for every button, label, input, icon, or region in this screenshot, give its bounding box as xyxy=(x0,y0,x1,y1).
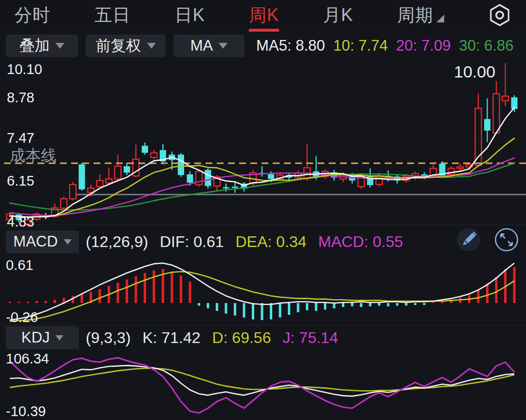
ma20-value: 20: 7.09 xyxy=(396,37,451,55)
macd-values: (12,26,9) DIF: 0.61 DEA: 0.34 MACD: 0.55 xyxy=(86,233,411,251)
ma10-value: 10: 7.74 xyxy=(333,37,388,55)
y-tick-4.83: 4.83 xyxy=(7,214,34,229)
kdj-y-min: -10.39 xyxy=(6,404,46,419)
macd-indicator-dropdown[interactable]: MACD xyxy=(6,230,79,253)
y-tick-6.15: 6.15 xyxy=(7,173,34,189)
stock-chart-screen: 分时 五日 日K 周K 月K 周期 叠加 前复权 MA M xyxy=(0,0,526,420)
y-tick-8.78: 8.78 xyxy=(7,90,34,105)
candlestick-chart[interactable] xyxy=(0,61,526,225)
ma5-value: MA5: 8.80 xyxy=(256,37,325,55)
cost-line-label: 成本线 xyxy=(10,145,56,167)
chevron-down-icon xyxy=(56,335,63,341)
kdj-indicator-dropdown[interactable]: KDJ xyxy=(6,326,79,349)
hexagon-nut-settings-icon xyxy=(488,3,511,27)
y-tick-10.10: 10.10 xyxy=(7,62,42,77)
tab-intraday[interactable]: 分时 xyxy=(15,3,51,27)
chart-settings-button[interactable] xyxy=(488,3,511,27)
kdj-y-max: 106.34 xyxy=(6,351,49,366)
expand-fullscreen-icon xyxy=(494,227,519,252)
macd-y-min: -0.26 xyxy=(6,310,38,325)
ma30-value: 30: 6.86 xyxy=(459,37,513,55)
chart-toolbar: 叠加 前复权 MA MA5: 8.80 10: 7.74 20: 7.09 30… xyxy=(0,30,526,61)
chevron-down-icon xyxy=(56,43,64,49)
kdj-params: (9,3,3) xyxy=(86,329,131,346)
macd-params: (12,26,9) xyxy=(86,233,148,250)
tab-period-more[interactable]: 周期 xyxy=(397,3,444,27)
tab-monthly-k[interactable]: 月K xyxy=(323,3,353,27)
macd-macd-value: MACD: 0.55 xyxy=(318,233,403,250)
period-high-label: 10.00 xyxy=(454,62,495,81)
kdj-j-value: J: 75.14 xyxy=(282,329,338,346)
macd-header: MACD (12,26,9) DIF: 0.61 DEA: 0.34 MACD:… xyxy=(0,225,526,258)
macd-y-max: 0.61 xyxy=(6,258,33,273)
tab-daily-k[interactable]: 日K xyxy=(175,3,205,27)
y-tick-7.47: 7.47 xyxy=(7,131,34,146)
kdj-k-value: K: 71.42 xyxy=(142,329,200,346)
edit-pencil-button[interactable] xyxy=(456,227,481,256)
ma-indicator-dropdown[interactable]: MA xyxy=(173,35,244,57)
kdj-values: (9,3,3) K: 71.42 D: 69.56 J: 75.14 xyxy=(86,329,345,347)
chevron-down-icon xyxy=(64,239,72,245)
edit-pencil-icon xyxy=(456,227,481,252)
chevron-down-icon xyxy=(219,43,227,49)
kdj-d-value: D: 69.56 xyxy=(212,329,271,346)
macd-chart[interactable] xyxy=(0,258,526,325)
chevron-down-icon xyxy=(147,43,156,49)
overlay-dropdown[interactable]: 叠加 xyxy=(6,35,78,57)
macd-dea-value: DEA: 0.34 xyxy=(235,233,306,250)
period-caret-icon xyxy=(436,15,444,22)
expand-chart-button[interactable] xyxy=(494,227,519,256)
tab-five-day[interactable]: 五日 xyxy=(94,3,131,27)
period-tabbar: 分时 五日 日K 周K 月K 周期 xyxy=(0,0,526,30)
macd-dif-value: DIF: 0.61 xyxy=(160,233,224,250)
tab-weekly-k[interactable]: 周K xyxy=(249,3,279,27)
kdj-header: KDJ (9,3,3) K: 71.42 D: 69.56 J: 75.14 xyxy=(0,325,526,350)
kdj-chart[interactable] xyxy=(0,350,526,420)
ma-legend: MA5: 8.80 10: 7.74 20: 7.09 30: 6.86 xyxy=(256,37,522,55)
price-adjust-dropdown[interactable]: 前复权 xyxy=(86,35,166,57)
